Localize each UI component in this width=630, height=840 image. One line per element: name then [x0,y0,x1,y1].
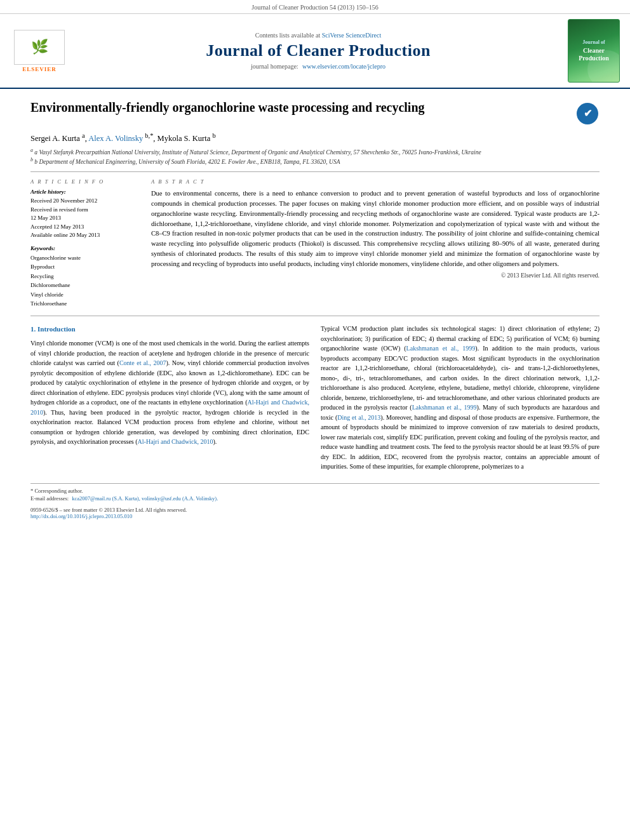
journal-homepage-url[interactable]: www.elsevier.com/locate/jclepro [302,63,385,70]
elsevier-logo: 🌿 [14,30,65,65]
corresponding-author-note: * Corresponding author. [30,488,600,494]
footnote-section: * Corresponding author. E-mail addresses… [30,483,600,502]
header-center: Contents lists available at SciVerse Sci… [77,19,559,83]
history-title: Article history: [30,189,138,195]
cleaner-production-badge: Journal of CleanerProduction [568,19,620,83]
article-info-label: A R T I C L E I N F O [30,178,138,185]
body-col-left: 1. Introduction Vinyl chloride monomer (… [30,324,309,477]
article-info-abstract: A R T I C L E I N F O Article history: R… [30,178,600,308]
journal-title: Journal of Cleaner Production [206,41,431,60]
article-title-area: Environmentally-friendly organochlorine … [30,99,600,126]
ref-alhajri1[interactable]: Al-Hajri and Chadwick, 2010 [30,399,309,416]
ref-alhajri2[interactable]: Al-Hajri and Chadwick, 2010 [138,438,213,445]
ref-lakshmanan2[interactable]: Lakshmanan et al., 1999 [412,404,477,411]
keywords-title: Keywords: [30,245,138,251]
keyword-2: Byproduct [30,262,138,271]
available-date: Available online 20 May 2013 [30,231,138,240]
intro-heading: 1. Introduction [30,324,309,335]
abstract-text: Due to environmental concerns, there is … [151,189,600,269]
accepted-date: Accepted 12 May 2013 [30,223,138,232]
citation-bar: Journal of Cleaner Production 54 (2013) … [0,0,630,14]
journal-homepage: journal homepage: www.elsevier.com/locat… [251,63,385,70]
keyword-4: Dichloromethane [30,281,138,290]
article-info-col: A R T I C L E I N F O Article history: R… [30,178,138,308]
sciverse-link: Contents lists available at SciVerse Sci… [255,32,382,39]
article-title-text: Environmentally-friendly organochlorine … [30,99,569,116]
sciverse-link-text[interactable]: SciVerse ScienceDirect [322,32,382,39]
authors: Sergei A. Kurta a, Alex A. Volinsky b,*,… [30,132,600,143]
revised-date: 12 May 2013 [30,214,138,223]
ref-lakshmanan1[interactable]: Lakshmanan et al., 1999 [406,345,476,352]
issn-bar: 0959-6526/$ – see front matter © 2013 El… [30,507,600,519]
paper-content: Environmentally-friendly organochlorine … [0,89,630,530]
author-volinsky[interactable]: Alex A. Volinsky [88,134,143,143]
divider-1 [30,171,600,172]
issn-text: 0959-6526/$ – see front matter © 2013 El… [30,507,600,513]
doi-link[interactable]: http://dx.doi.org/10.1016/j.jclepro.2013… [30,513,600,519]
elsevier-tree-icon: 🌿 [31,39,48,55]
intro-col2-para1: Typical VCM production plant includes si… [321,324,600,472]
email-footnote: E-mail addresses: kca2007@mail.ru (S.A. … [30,495,600,502]
keyword-1: Organochlorine waste [30,253,138,262]
badge-text: Journal of CleanerProduction [576,39,612,62]
elsevier-logo-area: 🌿 ELSEVIER [8,19,71,83]
affiliation-a: a a Vasyl Stefanyk Precarpathian Nationa… [30,147,600,156]
body-col-right: Typical VCM production plant includes si… [321,324,600,477]
cleaner-production-badge-area: Journal of CleanerProduction [565,19,622,83]
keyword-6: Trichloroethane [30,299,138,308]
email-addresses[interactable]: kca2007@mail.ru (S.A. Kurta), volinsky@u… [72,495,218,502]
affiliation-b: b b Department of Mechanical Engineering… [30,157,600,165]
abstract-col: A B S T R A C T Due to environmental con… [151,178,600,308]
citation-text: Journal of Cleaner Production 54 (2013) … [251,4,378,11]
ref-ding[interactable]: Ding et al., 2013 [337,414,380,421]
authors-text: Sergei A. Kurta [30,134,82,143]
ref-conte[interactable]: Conte et al., 2007 [119,359,166,366]
keyword-5: Vinyl chloride [30,290,138,299]
revised-label: Received in revised form [30,206,138,215]
elsevier-label: ELSEVIER [22,66,57,72]
abstract-label: A B S T R A C T [151,178,600,185]
divider-2 [30,316,600,316]
received-date: Received 20 November 2012 [30,197,138,206]
intro-col1-para1: Vinyl chloride monomer (VCM) is one of t… [30,338,309,447]
copyright-line: © 2013 Elsevier Ltd. All rights reserved… [151,272,600,279]
keyword-3: Recycling [30,272,138,281]
crossmark-badge: ✔ [575,102,600,126]
body-content: 1. Introduction Vinyl chloride monomer (… [30,324,600,477]
crossmark-icon: ✔ [577,103,598,124]
journal-header: 🌿 ELSEVIER Contents lists available at S… [0,14,630,89]
